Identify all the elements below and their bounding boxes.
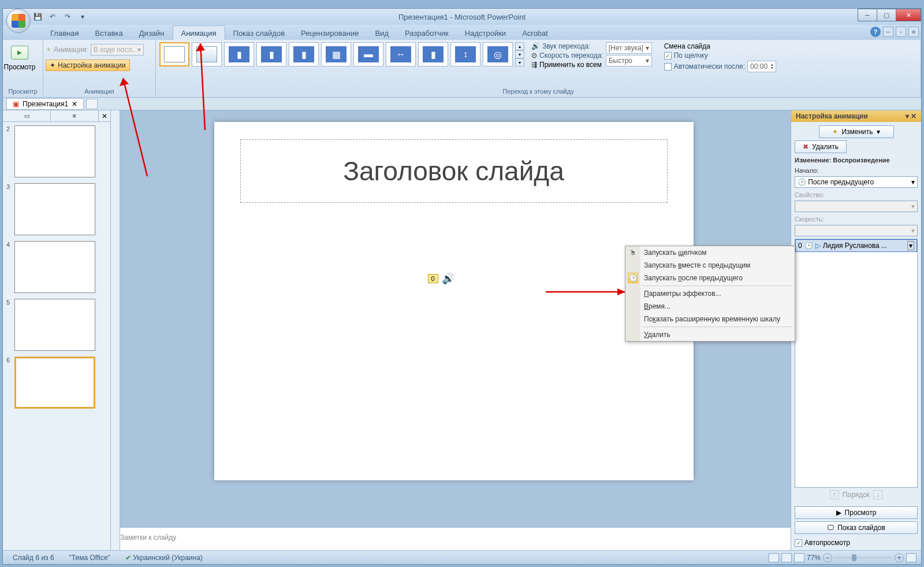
tab-animations[interactable]: Анимация	[173, 25, 225, 40]
gallery-more[interactable]: ▴▾▾	[515, 42, 524, 66]
remove-effect-button[interactable]: ✖ Удалить	[795, 140, 847, 153]
sound-object[interactable]: 0 🔊	[428, 272, 454, 285]
transition-item[interactable]: ▮	[418, 42, 448, 66]
menu-timing[interactable]: Время...	[625, 300, 795, 313]
change-effect-button[interactable]: ✦ Изменить ▾	[819, 125, 894, 138]
auto-after-spinner[interactable]: 00:00▴▾	[747, 61, 776, 72]
maximize-button[interactable]: ▢	[877, 9, 896, 21]
zoom-out-icon[interactable]: −	[823, 553, 832, 562]
slide-thumb[interactable]: 5	[6, 299, 107, 351]
transition-item[interactable]: ▮	[256, 42, 286, 66]
new-tab-button[interactable]	[86, 99, 98, 109]
transition-item[interactable]: ↕	[450, 42, 480, 66]
transition-item[interactable]: ◎	[483, 42, 513, 66]
doc-minimize-button[interactable]: ─	[883, 27, 893, 37]
autopreview-checkbox[interactable]: ✓	[795, 539, 802, 547]
move-down-icon[interactable]: ↓	[873, 490, 882, 499]
transition-none[interactable]	[159, 42, 189, 66]
tab-acrobat[interactable]: Acrobat	[514, 26, 556, 40]
save-icon[interactable]: 💾	[32, 11, 43, 23]
slide-canvas[interactable]: Заголовок слайда 0 🔊	[214, 122, 694, 480]
sound-dropdown[interactable]: [Нет звука]▾	[606, 42, 652, 54]
tab-insert[interactable]: Вставка	[87, 26, 131, 40]
speed-dropdown[interactable]: Быстро▾	[606, 55, 652, 66]
transition-item[interactable]: ↔	[386, 42, 416, 66]
start-dropdown[interactable]: 🕒 После предыдущего ▾	[795, 176, 918, 188]
animate-dropdown[interactable]: В ходе посл...▾	[91, 44, 144, 55]
slide-thumb[interactable]: 3	[6, 183, 107, 235]
apply-to-all-button[interactable]: ⇶ Применить ко всем	[531, 61, 603, 69]
doc-restore-button[interactable]: ▫	[896, 27, 906, 37]
sorter-view-button[interactable]	[781, 553, 792, 562]
task-pane-header: Настройка анимации ▾ ✕	[791, 110, 921, 122]
tab-design[interactable]: Дизайн	[131, 26, 173, 40]
animation-list-item[interactable]: 0 🕒 ▷ Лидия Русланова ... ▾	[795, 239, 917, 252]
item-dropdown-icon[interactable]: ▾	[907, 241, 914, 250]
pane-menu-icon[interactable]: ▾	[906, 112, 909, 120]
close-pane-icon[interactable]: ✕	[911, 112, 916, 120]
help-icon[interactable]: ?	[870, 27, 881, 37]
office-button[interactable]	[6, 9, 31, 33]
custom-animation-button[interactable]: ✦ Настройка анимации	[46, 60, 130, 71]
transition-item[interactable]: ▮	[289, 42, 319, 66]
clock-icon: 🕒	[798, 178, 806, 186]
zoom-percent[interactable]: 77%	[807, 554, 821, 562]
zoom-slider[interactable]	[834, 557, 892, 559]
transition-item[interactable]: ▮	[224, 42, 254, 66]
fit-to-window-button[interactable]	[906, 553, 916, 562]
tab-developer[interactable]: Разработчик	[397, 26, 457, 40]
menu-start-with-previous[interactable]: Запускать вместе с предыдущим	[625, 259, 795, 272]
redo-icon[interactable]: ↷	[62, 11, 73, 23]
tab-view[interactable]: Вид	[367, 26, 397, 40]
slide-thumb[interactable]: 4	[6, 241, 107, 293]
normal-view-button[interactable]	[769, 553, 779, 562]
qat-more-icon[interactable]: ▾	[77, 11, 88, 23]
on-click-checkbox[interactable]: ✓	[664, 52, 672, 60]
slide-thumb[interactable]: 2	[6, 125, 107, 177]
title-placeholder[interactable]: Заголовок слайда	[240, 139, 668, 203]
undo-icon[interactable]: ↶	[47, 11, 58, 23]
slide-count-status[interactable]: Слайд 6 из 6	[8, 552, 59, 564]
speed-label: Скорость:	[795, 216, 918, 223]
advance-slide-label: Смена слайда	[664, 42, 776, 50]
auto-after-checkbox[interactable]	[664, 63, 672, 71]
preview-button[interactable]: Просмотр	[5, 41, 34, 71]
property-label: Свойство:	[795, 191, 918, 198]
remove-icon: ✖	[803, 143, 808, 151]
tab-home[interactable]: Главная	[42, 26, 87, 40]
notes-pane[interactable]: Заметки к слайду	[111, 527, 791, 550]
document-tab[interactable]: ▣ Презентация1 ✕	[6, 98, 84, 110]
menu-show-timeline[interactable]: Показать расширенную временную шкалу	[625, 313, 795, 325]
tab-addins[interactable]: Надстройки	[457, 26, 514, 40]
menu-effect-options[interactable]: Параметры эффектов...	[625, 287, 795, 300]
tab-review[interactable]: Рецензирование	[293, 26, 367, 40]
tab-slideshow[interactable]: Показ слайдов	[225, 26, 293, 40]
status-bar: Слайд 6 из 6 "Тема Office" ✔ Украинский …	[3, 550, 921, 564]
property-dropdown: ▾	[795, 201, 918, 212]
minimize-button[interactable]: ─	[858, 9, 877, 21]
transition-item[interactable]: ▬	[353, 42, 383, 66]
zoom-in-icon[interactable]: +	[895, 553, 904, 562]
theme-status[interactable]: "Тема Office"	[64, 552, 116, 564]
menu-remove[interactable]: Удалить	[625, 328, 795, 341]
slideshow-button[interactable]: 🖵 Показ слайдов	[795, 521, 918, 534]
transition-speed-label: Скорость перехода:	[539, 51, 603, 60]
powerpoint-icon: ▣	[13, 100, 19, 108]
close-panel-icon[interactable]: ✕	[99, 110, 110, 121]
transition-item[interactable]: ▦	[321, 42, 351, 66]
gear-star-icon: ✦	[50, 61, 55, 69]
close-tab-icon[interactable]: ✕	[72, 100, 77, 108]
slide-thumb-selected[interactable]: 6	[6, 357, 107, 409]
outline-tab[interactable]: ≡	[51, 110, 99, 121]
speaker-icon: 🔊	[442, 272, 454, 285]
close-button[interactable]: ✕	[896, 9, 921, 21]
language-status[interactable]: ✔ Украинский (Украина)	[120, 552, 208, 564]
menu-start-on-click[interactable]: 🖱 Запускать щелчком	[625, 246, 795, 259]
doc-close-button[interactable]: ✕	[908, 27, 919, 37]
slideshow-view-button[interactable]	[794, 553, 804, 562]
move-up-icon[interactable]: ↑	[830, 490, 839, 499]
transition-item[interactable]	[192, 42, 222, 66]
menu-start-after-previous[interactable]: 🕒 Запускать после предыдущего	[625, 272, 795, 284]
play-button[interactable]: ▶ Просмотр	[795, 506, 918, 519]
slides-tab[interactable]: ▭	[3, 110, 51, 121]
